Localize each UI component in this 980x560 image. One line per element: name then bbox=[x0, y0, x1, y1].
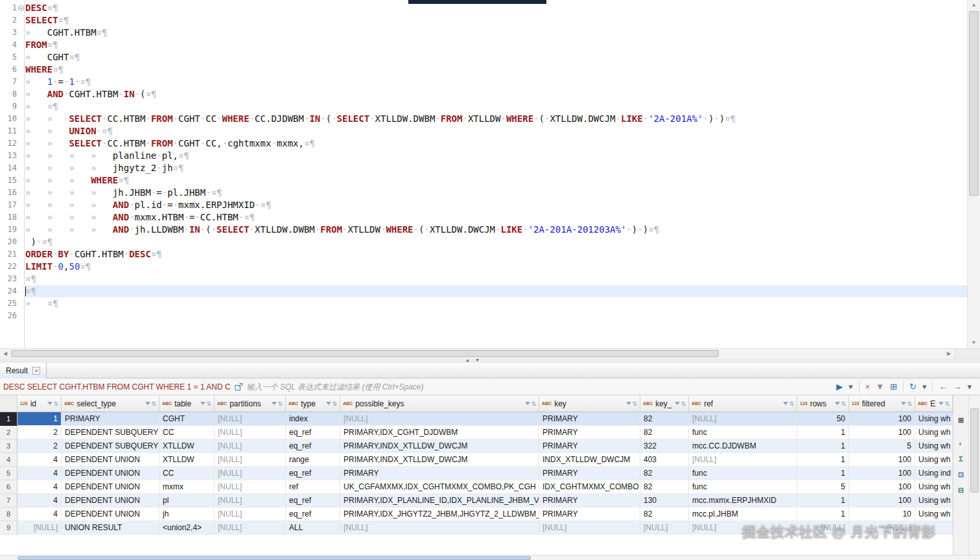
grid-cell[interactable]: 100 bbox=[849, 412, 915, 426]
grid-vertical-scrollbar[interactable] bbox=[968, 395, 980, 555]
grid-cell[interactable]: PRIMARY bbox=[539, 412, 640, 426]
refresh-dropdown[interactable]: ▾ bbox=[922, 382, 927, 392]
scroll-up-icon[interactable]: ▲ bbox=[968, 0, 980, 10]
grid-cell[interactable]: PRIMARY bbox=[539, 494, 640, 508]
filter-sort-icon[interactable]: ⇅ bbox=[675, 401, 686, 407]
collapse-up-icon[interactable]: ▲ bbox=[465, 358, 470, 362]
grid-cell[interactable]: 82 bbox=[640, 480, 689, 494]
panel-calc-icon[interactable]: ◐ bbox=[956, 438, 966, 449]
grid-cell[interactable]: [NULL] bbox=[215, 508, 286, 521]
filter-sort-icon[interactable]: ⇅ bbox=[626, 401, 637, 407]
filter-sort-icon[interactable]: ⇅ bbox=[835, 401, 846, 407]
grid-cell[interactable]: 100 bbox=[849, 453, 915, 467]
grid-cell[interactable]: XTLLDW bbox=[159, 453, 215, 467]
grid-cell[interactable]: index bbox=[286, 412, 340, 426]
grid-cell[interactable]: 1 bbox=[18, 412, 62, 426]
editor-horizontal-scrollbar[interactable]: ◀ ▶ bbox=[0, 348, 980, 358]
grid-cell[interactable]: 2 bbox=[18, 426, 62, 439]
grid-cell[interactable]: DEPENDENT SUBQUERY bbox=[62, 439, 159, 453]
grid-cell[interactable]: DEPENDENT UNION bbox=[62, 494, 159, 508]
grid-cell[interactable]: [NULL] bbox=[340, 521, 539, 535]
scrollbar-thumb[interactable] bbox=[11, 350, 719, 357]
column-header-key_len[interactable]: ABCkey_len⇅ bbox=[640, 395, 689, 412]
grid-cell[interactable]: DEPENDENT UNION bbox=[62, 480, 159, 494]
collapse-down-icon[interactable]: ▼ bbox=[475, 358, 480, 362]
row-header[interactable]: 2 bbox=[0, 426, 18, 439]
column-header-rows[interactable]: 123rows⇅ bbox=[797, 395, 849, 412]
filter-sort-icon[interactable]: ⇅ bbox=[901, 401, 912, 407]
grid-cell[interactable]: ref bbox=[286, 480, 340, 494]
grid-cell[interactable]: 5 bbox=[849, 439, 915, 453]
panel-metadata-icon[interactable]: ⊟ bbox=[956, 485, 966, 495]
grid-cell[interactable]: PRIMARY,INDX_XTLLDW_DWCJM bbox=[340, 439, 539, 453]
grid-cell[interactable]: [NULL] bbox=[18, 521, 62, 535]
grid-cell[interactable]: UK_CGFAMXMX,IDX_CGHTMXMX_COMBO,PK_CGH bbox=[340, 480, 539, 494]
grid-cell[interactable]: PRIMARY bbox=[340, 467, 539, 480]
grid-cell[interactable]: DEPENDENT UNION bbox=[62, 467, 159, 480]
grid-cell[interactable]: 1 bbox=[797, 508, 849, 521]
forward-button[interactable]: → bbox=[953, 382, 961, 392]
grid-cell[interactable]: 1 bbox=[797, 467, 849, 480]
grid-cell[interactable]: PRIMARY,INDX_XTLLDW_DWCJM bbox=[340, 453, 539, 467]
grid-cell[interactable]: mcc.mxmx.ERPJHMXID bbox=[689, 494, 797, 508]
grid-horizontal-scrollbar[interactable] bbox=[0, 555, 980, 560]
row-header[interactable]: 7 bbox=[0, 494, 18, 508]
grid-cell[interactable]: eq_ref bbox=[286, 508, 340, 521]
filter-sort-icon[interactable]: ⇅ bbox=[783, 401, 794, 407]
grid-cell[interactable]: 5 bbox=[797, 480, 849, 494]
grid-cell[interactable] bbox=[915, 521, 953, 535]
filter-input[interactable] bbox=[247, 382, 833, 391]
column-header-select_type[interactable]: ABCselect_type⇅ bbox=[62, 395, 159, 412]
grid-cell[interactable]: 10 bbox=[849, 508, 915, 521]
row-header[interactable]: 1 bbox=[0, 412, 18, 426]
grid-cell[interactable]: Using wh bbox=[915, 426, 953, 439]
corner-header[interactable] bbox=[0, 395, 18, 412]
grid-cell[interactable]: 100 bbox=[849, 467, 915, 480]
panel-aggregate-icon[interactable]: Σ bbox=[956, 454, 966, 464]
grid-cell[interactable]: [NULL] bbox=[539, 521, 640, 535]
grid-cell[interactable]: Using wh bbox=[915, 508, 953, 521]
grid-cell[interactable]: eq_ref bbox=[286, 467, 340, 480]
fold-collapse-icon[interactable]: − bbox=[18, 5, 24, 11]
column-header-type[interactable]: ABCtype⇅ bbox=[286, 395, 340, 412]
scrollbar-thumb[interactable] bbox=[970, 408, 979, 493]
grid-cell[interactable]: DEPENDENT UNION bbox=[62, 453, 159, 467]
refresh-button[interactable]: ↻ bbox=[909, 382, 916, 392]
expand-filter-icon[interactable] bbox=[235, 382, 243, 391]
grid-cell[interactable]: jh bbox=[159, 508, 215, 521]
grid-cell[interactable]: 4 bbox=[18, 480, 62, 494]
grid-cell[interactable]: 1 bbox=[797, 494, 849, 508]
tab-close-icon[interactable]: × bbox=[32, 367, 40, 375]
filters-button[interactable]: ▼ bbox=[876, 382, 884, 392]
editor-code-area[interactable]: DESC¤¶SELECT¤¶» CGHT.HTBM¤¶FROM¤¶» CGHT¤… bbox=[25, 0, 967, 348]
grid-cell[interactable]: 82 bbox=[640, 426, 689, 439]
back-button[interactable]: ← bbox=[939, 382, 947, 392]
grid-cell[interactable]: [NULL] bbox=[215, 453, 286, 467]
grid-cell[interactable]: Using wh bbox=[915, 453, 953, 467]
grid-cell[interactable]: UNION RESULT bbox=[62, 521, 159, 535]
grid-cell[interactable]: PRIMARY,IDX_PLANLINE_ID,IDX_PLANLINE_JHB… bbox=[340, 494, 539, 508]
grid-cell[interactable]: [NULL] bbox=[215, 412, 286, 426]
filter-sort-icon[interactable]: ⇅ bbox=[145, 401, 156, 407]
grid-settings-button[interactable]: ⊞ bbox=[890, 382, 897, 392]
scroll-right-icon[interactable]: ▶ bbox=[944, 349, 954, 358]
filter-sort-icon[interactable]: ⇅ bbox=[200, 401, 211, 407]
grid-cell[interactable]: PRIMARY bbox=[539, 508, 640, 521]
grid-cell[interactable]: 4 bbox=[18, 467, 62, 480]
grid-cell[interactable]: PRIMARY,IDX_JHGYTZ2_JHBM,JHGYTZ_2_LLDWBM… bbox=[340, 508, 539, 521]
grid-cell[interactable]: 130 bbox=[640, 494, 689, 508]
scrollbar-thumb[interactable] bbox=[969, 11, 979, 196]
grid-cell[interactable]: func bbox=[689, 480, 797, 494]
grid-cell[interactable]: ALL bbox=[286, 521, 340, 535]
grid-cell[interactable]: 100 bbox=[849, 426, 915, 439]
grid-cell[interactable]: 4 bbox=[18, 508, 62, 521]
grid-cell[interactable]: CC bbox=[159, 467, 215, 480]
grid-cell[interactable]: 1 bbox=[797, 439, 849, 453]
grid-cell[interactable]: 2 bbox=[18, 439, 62, 453]
filter-menu-dropdown[interactable]: ▾ bbox=[848, 382, 853, 392]
grid-cell[interactable]: [NULL] bbox=[797, 521, 849, 535]
grid-cell[interactable]: eq_ref bbox=[286, 494, 340, 508]
grid-cell[interactable]: CC bbox=[159, 426, 215, 439]
grid-cell[interactable]: Using wh bbox=[915, 480, 953, 494]
grid-cell[interactable]: [NULL] bbox=[689, 412, 797, 426]
